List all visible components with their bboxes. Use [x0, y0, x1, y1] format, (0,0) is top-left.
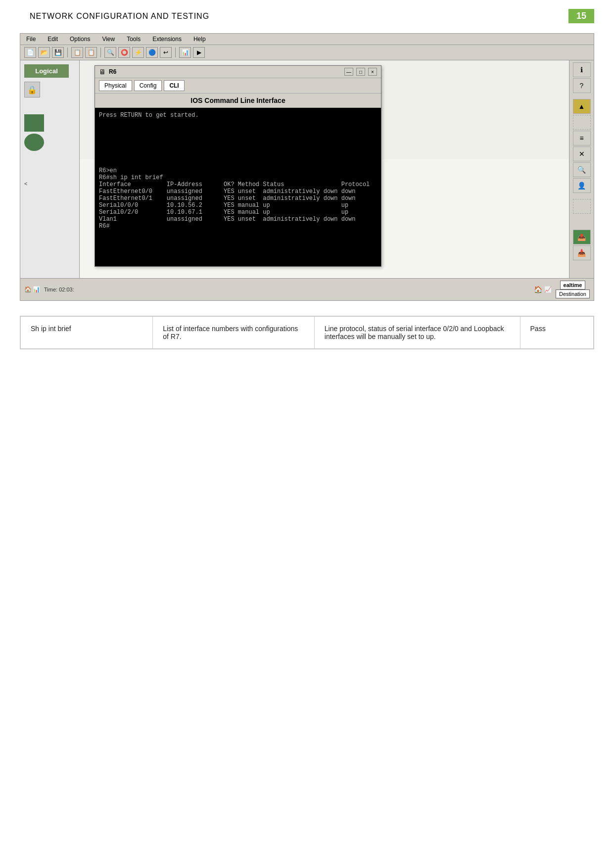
toolbar-open[interactable]: 📂: [38, 47, 50, 58]
toolbar-copy2[interactable]: 📋: [85, 47, 97, 58]
tab-cli[interactable]: CLI: [164, 80, 184, 91]
toolbar-search1[interactable]: 🔍: [104, 47, 116, 58]
toolbar-copy1[interactable]: 📋: [71, 47, 83, 58]
right-btn-bars[interactable]: ≡: [573, 131, 591, 145]
right-btn-green2[interactable]: 📥: [573, 245, 591, 260]
table-cell-command: Sh ip int brief: [21, 317, 153, 349]
right-btn-green1[interactable]: 📤: [573, 230, 591, 244]
toolbar-power[interactable]: ⚡: [132, 47, 144, 58]
bottom-icon1: 🏠: [24, 286, 32, 293]
ios-window-title: R6: [109, 68, 116, 75]
destination-label: Destination: [556, 289, 590, 298]
tab-physical[interactable]: Physical: [99, 80, 132, 91]
menu-bar: File Edit Options View Tools Extensions …: [20, 34, 594, 45]
sidebar-icon-lock[interactable]: 🔒: [24, 82, 40, 97]
menu-view[interactable]: View: [100, 35, 117, 44]
bottom-icon-chart: 📈: [544, 286, 552, 293]
menu-file[interactable]: File: [24, 35, 38, 44]
toolbar: 📄 📂 💾 📋 📋 🔍 ⭕ ⚡ 🔵 ↩ 📊 ▶: [20, 45, 594, 60]
right-btn-help[interactable]: ?: [573, 78, 591, 93]
left-sidebar: Logical 🔒 <: [20, 60, 80, 278]
menu-edit[interactable]: Edit: [46, 35, 60, 44]
toolbar-circle[interactable]: ⭕: [118, 47, 130, 58]
right-btn-info[interactable]: ℹ: [573, 62, 591, 77]
right-btn-dashed1[interactable]: [573, 115, 591, 130]
page-title: NETWORK CONFIGURATION AND TESTING: [30, 12, 209, 21]
sidebar-device-circle[interactable]: [24, 134, 44, 151]
ios-titlebar: 🖥 R6 — □ ×: [95, 66, 381, 78]
table-section: Sh ip int brief List of interface number…: [20, 316, 594, 349]
ios-tabs: Physical Config CLI: [95, 78, 381, 94]
page-number: 15: [568, 9, 594, 23]
right-sidebar: ℹ ? ▲ ≡ ✕ 🔍 👤 📤 📥: [569, 60, 594, 278]
toolbar-sep1: [67, 48, 68, 57]
bottom-time: Time: 02:03:: [44, 287, 74, 292]
bottom-icon-house: 🏠: [534, 286, 542, 293]
toolbar-save[interactable]: 💾: [52, 47, 64, 58]
toolbar-sep2: [100, 48, 101, 57]
sidebar-device-s[interactable]: [24, 114, 44, 132]
bottom-icons-left: 🏠 📊: [24, 286, 40, 293]
table-cell-result: Pass: [520, 317, 593, 349]
ios-minimize-btn[interactable]: —: [344, 68, 353, 76]
bottom-realtime: ealtime Destination: [556, 281, 590, 298]
ios-header-title: IOS Command Line Interface: [95, 94, 381, 108]
right-btn-dashed2[interactable]: [573, 199, 591, 214]
toolbar-dot[interactable]: 🔵: [146, 47, 158, 58]
network-canvas[interactable]: 🖥 R6 — □ × Physical Config CLI: [80, 60, 569, 159]
bottom-left: 🏠 📊 Time: 02:03:: [24, 286, 74, 293]
ios-cli-content[interactable]: Press RETURN to get started. R6>en R6#sh…: [95, 108, 381, 266]
ios-window-controls: — □ ×: [344, 68, 377, 76]
toolbar-new[interactable]: 📄: [24, 47, 36, 58]
tab-config[interactable]: Config: [134, 80, 162, 91]
simulator-wrapper: File Edit Options View Tools Extensions …: [20, 33, 594, 301]
center-content: iewport 🖥 R6 — □ ×: [80, 60, 569, 278]
toolbar-play[interactable]: ▶: [193, 47, 205, 58]
page-header: NETWORK CONFIGURATION AND TESTING 15: [0, 0, 614, 28]
right-btn-viewport[interactable]: ▲: [573, 99, 591, 114]
bottom-bar: 🏠 📊 Time: 02:03: 🏠 📈 ealtime Destination: [20, 278, 594, 300]
menu-extensions[interactable]: Extensions: [150, 35, 184, 44]
data-table: Sh ip int brief List of interface number…: [20, 316, 594, 349]
main-area: Logical 🔒 < iewport 🖥 R6: [20, 60, 594, 278]
menu-help[interactable]: Help: [191, 35, 208, 44]
ios-maximize-btn[interactable]: □: [356, 68, 365, 76]
logical-button[interactable]: Logical: [24, 64, 69, 78]
right-btn-user[interactable]: 👤: [573, 178, 591, 193]
toolbar-sep3: [175, 48, 176, 57]
realtime-label: ealtime: [560, 281, 586, 289]
ios-close-btn[interactable]: ×: [368, 68, 377, 76]
bottom-icon2: 📊: [33, 286, 40, 293]
bottom-right: 🏠 📈: [534, 286, 552, 293]
right-btn-search[interactable]: 🔍: [573, 162, 591, 177]
menu-options[interactable]: Options: [68, 35, 92, 44]
ios-router-icon: 🖥: [99, 68, 106, 76]
table-cell-details: Line protocol, status of serial interfac…: [314, 317, 520, 349]
right-btn-x[interactable]: ✕: [573, 146, 591, 161]
toolbar-chart[interactable]: 📊: [179, 47, 191, 58]
table-row: Sh ip int brief List of interface number…: [21, 317, 594, 349]
ios-cli-window: 🖥 R6 — □ × Physical Config CLI: [94, 65, 381, 267]
table-cell-description: List of interface numbers with configura…: [153, 317, 315, 349]
menu-tools[interactable]: Tools: [125, 35, 142, 44]
sidebar-label-left: <: [24, 181, 27, 187]
toolbar-undo[interactable]: ↩: [160, 47, 172, 58]
